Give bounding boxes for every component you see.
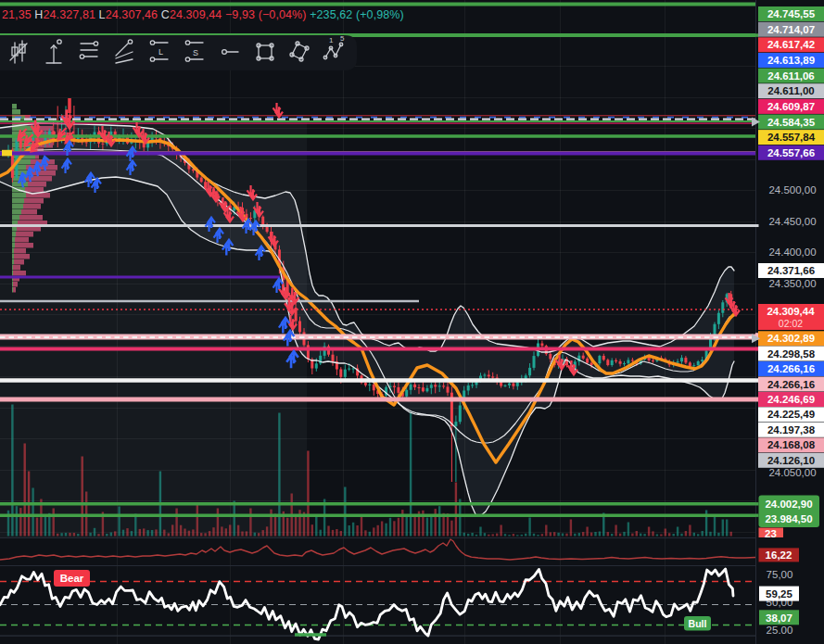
svg-text:38,07: 38,07	[766, 612, 792, 624]
svg-text:24.309,44: 24.309,44	[767, 306, 815, 317]
svg-text:21,35 H24.327,81 L24.307,46 C: 21,35 H24.327,81 L24.307,46 C24.309,44 −…	[2, 8, 404, 21]
svg-text:25.00: 25.00	[767, 625, 793, 636]
svg-text:24.745,55: 24.745,55	[767, 8, 816, 19]
svg-text:Bull: Bull	[689, 618, 707, 629]
svg-text:24.371,66: 24.371,66	[767, 265, 815, 276]
svg-text:24.611,06: 24.611,06	[767, 70, 815, 82]
svg-text:24.197,38: 24.197,38	[767, 424, 816, 436]
svg-text:24.714,07: 24.714,07	[767, 24, 815, 35]
svg-text:24.225,49: 24.225,49	[767, 409, 815, 420]
svg-text:24.557,66: 24.557,66	[767, 147, 815, 158]
svg-text:S: S	[193, 48, 198, 57]
svg-text:24.246,69: 24.246,69	[767, 394, 815, 405]
svg-text:24.050,00: 24.050,00	[768, 467, 816, 478]
svg-text:24.126,10: 24.126,10	[767, 455, 815, 466]
svg-text:24.557,84: 24.557,84	[767, 132, 816, 143]
svg-text:02:02: 02:02	[779, 318, 803, 329]
svg-text:23.984,50: 23.984,50	[765, 513, 812, 524]
svg-text:24.002,90: 24.002,90	[765, 499, 812, 510]
svg-text:24.298,58: 24.298,58	[767, 348, 816, 360]
svg-text:24.266,16: 24.266,16	[767, 379, 815, 390]
svg-text:24.617,42: 24.617,42	[767, 39, 815, 50]
svg-text:1: 1	[329, 36, 334, 44]
svg-text:24.450,00: 24.450,00	[768, 216, 816, 227]
svg-text:Bear: Bear	[60, 573, 84, 584]
svg-text:24.613,89: 24.613,89	[767, 55, 815, 66]
svg-text:5: 5	[340, 34, 345, 43]
svg-text:24.584,35: 24.584,35	[767, 117, 816, 128]
svg-text:59,25: 59,25	[766, 588, 792, 600]
svg-text:24.302,89: 24.302,89	[767, 333, 815, 344]
svg-text:24.266,16: 24.266,16	[767, 363, 815, 374]
svg-text:24.611,00: 24.611,00	[767, 85, 815, 96]
svg-text:23: 23	[765, 528, 777, 539]
svg-text:24.400,00: 24.400,00	[768, 246, 816, 258]
svg-text:24.500,00: 24.500,00	[768, 184, 816, 196]
svg-text:24.168,08: 24.168,08	[767, 439, 816, 450]
svg-text:16,22: 16,22	[766, 549, 792, 561]
svg-text:L: L	[158, 47, 163, 57]
svg-text:24.609,87: 24.609,87	[767, 101, 815, 112]
svg-text:24.350,00: 24.350,00	[768, 278, 816, 289]
svg-text:75,00: 75,00	[767, 569, 793, 580]
